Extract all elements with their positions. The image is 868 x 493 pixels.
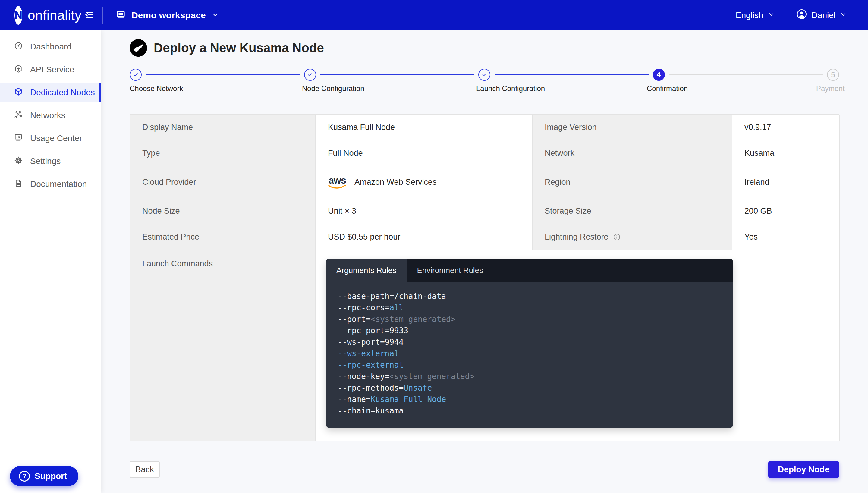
cell-label: Network — [545, 149, 574, 158]
arguments-code-block: --base-path=/chain-data --rpc-cors=all -… — [326, 282, 733, 416]
tab-arguments-rules[interactable]: Arguments Rules — [326, 259, 407, 282]
sidebar-item-label: Dashboard — [30, 42, 71, 51]
code-line: --chain=kusama — [338, 405, 733, 416]
sidebar-item-usage-center[interactable]: Usage Center — [0, 129, 101, 148]
sidebar-item-networks[interactable]: Networks — [0, 106, 101, 125]
value-lightning-restore: Yes — [732, 224, 840, 250]
code-text: --rpc-cors= — [338, 303, 389, 312]
brand-name: onfinality — [28, 8, 82, 23]
step-connector — [320, 74, 474, 75]
sidebar-item-label: Dedicated Nodes — [30, 88, 95, 97]
label-image-version: Image Version — [533, 114, 732, 141]
sidebar-item-dedicated-nodes[interactable]: Dedicated Nodes — [0, 83, 101, 102]
code-text: Kusama Full Node — [371, 395, 446, 404]
app-window: N onfinality Demo workspace — [0, 0, 868, 493]
step-label-choose-network: Choose Network — [130, 84, 183, 93]
code-text: --base-path=/chain-data — [338, 292, 446, 301]
top-header: N onfinality Demo workspace — [0, 0, 868, 30]
kusama-logo-icon — [130, 39, 147, 57]
cell-value: v0.9.17 — [744, 123, 771, 132]
header-right: English Daniel — [736, 8, 868, 22]
code-line: --rpc-external — [338, 359, 733, 371]
stepper-track: 4 5 — [130, 69, 839, 81]
value-cloud-provider: aws Amazon Web Services — [316, 166, 533, 198]
label-cloud-provider: Cloud Provider — [130, 166, 316, 198]
label-node-size: Node Size — [130, 198, 316, 224]
cell-value: Full Node — [328, 149, 363, 158]
sidebar-item-api-service[interactable]: API Service — [0, 60, 101, 79]
check-icon — [133, 72, 139, 78]
aws-logo-text: aws — [328, 175, 346, 185]
label-display-name: Display Name — [130, 114, 316, 141]
code-line: --name=Kusama Full Node — [338, 393, 733, 405]
onfinality-logo[interactable]: N onfinality — [0, 6, 79, 25]
step-number: 4 — [657, 70, 660, 79]
sidebar-item-settings[interactable]: Settings — [0, 152, 101, 171]
usage-center-icon — [14, 133, 23, 144]
info-circle-icon[interactable] — [613, 233, 621, 241]
label-region: Region — [533, 166, 732, 198]
label-lightning-restore: Lightning Restore — [533, 224, 732, 250]
step-circle-choose-network — [130, 69, 142, 81]
launch-commands-cell: Arguments Rules Environment Rules --base… — [316, 250, 840, 442]
value-estimated-price: USD $0.55 per hour — [316, 224, 533, 250]
tab-label: Environment Rules — [417, 266, 483, 275]
value-node-size: Unit × 3 — [316, 198, 533, 224]
step-label-launch-configuration: Launch Configuration — [476, 84, 545, 93]
code-text: <system generated> — [389, 372, 474, 381]
cell-value: Amazon Web Services — [354, 177, 437, 187]
sidebar-item-documentation[interactable]: Documentation — [0, 174, 101, 194]
deploy-node-button[interactable]: Deploy Node — [768, 461, 839, 478]
label-type: Type — [130, 141, 316, 166]
code-text: --rpc-external — [338, 360, 404, 369]
sidebar-item-dashboard[interactable]: Dashboard — [0, 37, 101, 56]
cell-label: Display Name — [142, 123, 193, 132]
code-text: --node-key= — [338, 372, 389, 381]
stepper-labels: Choose Network Node Configuration Launch… — [130, 84, 839, 98]
step-connector — [495, 74, 649, 75]
check-icon — [307, 72, 313, 78]
check-icon — [481, 72, 487, 78]
cell-label: Cloud Provider — [142, 177, 196, 187]
support-button[interactable]: ? Support — [10, 466, 78, 486]
cell-label: Image Version — [545, 123, 597, 132]
label-launch-commands: Launch Commands — [130, 250, 316, 442]
language-label: English — [736, 10, 763, 20]
cell-label: Lightning Restore — [545, 232, 608, 242]
step-circle-confirmation: 4 — [653, 69, 665, 81]
onfinality-logo-icon: N — [15, 6, 22, 25]
sidebar-item-label: Settings — [30, 156, 61, 166]
cell-label: Storage Size — [545, 207, 591, 216]
value-type: Full Node — [316, 141, 533, 166]
value-storage-size: 200 GB — [732, 198, 840, 224]
cell-value: Yes — [744, 232, 758, 242]
sidebar-item-label: Documentation — [30, 179, 87, 189]
step-connector — [146, 74, 300, 75]
sidebar-item-label: API Service — [30, 65, 74, 74]
sidebar-item-label: Usage Center — [30, 133, 82, 143]
chevron-down-icon — [211, 11, 219, 20]
code-text: --ws-port=9944 — [338, 338, 404, 346]
chevron-down-icon — [840, 10, 847, 20]
tab-label: Arguments Rules — [337, 266, 396, 275]
code-line: --rpc-port=9933 — [338, 325, 733, 336]
language-selector[interactable]: English — [736, 10, 775, 20]
value-image-version: v0.9.17 — [732, 114, 840, 141]
chevron-down-icon — [768, 10, 775, 20]
user-menu[interactable]: Daniel — [796, 8, 847, 22]
sidebar-collapse-button[interactable] — [84, 9, 94, 21]
workspace-selector[interactable]: Demo workspace — [116, 9, 219, 21]
code-line: --base-path=/chain-data — [338, 291, 733, 302]
tab-environment-rules[interactable]: Environment Rules — [407, 259, 493, 282]
menu-fold-icon — [84, 9, 94, 21]
back-button[interactable]: Back — [130, 461, 160, 478]
question-icon: ? — [19, 471, 30, 481]
dashboard-icon — [14, 41, 23, 52]
user-name: Daniel — [812, 10, 836, 20]
page-title: Deploy a New Kusama Node — [154, 41, 324, 55]
cell-value: USD $0.55 per hour — [328, 232, 400, 242]
label-network: Network — [533, 141, 732, 166]
dedicated-nodes-icon — [14, 87, 23, 98]
code-line: --rpc-methods=Unsafe — [338, 382, 733, 393]
step-circle-payment: 5 — [827, 69, 839, 81]
